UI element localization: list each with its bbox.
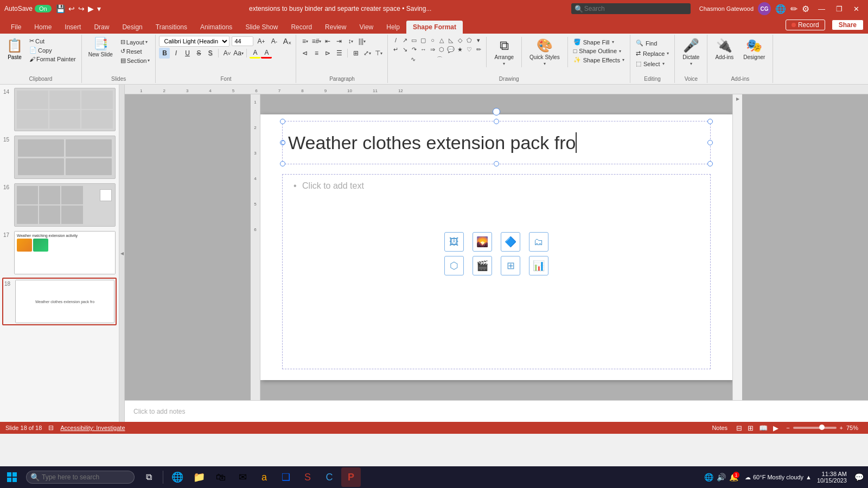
new-slide-button[interactable]: 📑 New Slide: [85, 36, 116, 59]
explorer-button[interactable]: 📁: [189, 467, 209, 487]
handle-tr[interactable]: [707, 119, 713, 124]
dropbox-button[interactable]: ❑: [276, 467, 296, 487]
shape-oval[interactable]: ○: [428, 36, 437, 44]
close-button[interactable]: ✕: [849, 4, 864, 14]
rotate-handle[interactable]: [493, 108, 500, 115]
tab-view[interactable]: View: [353, 21, 380, 34]
align-right-button[interactable]: ⊳: [322, 48, 333, 59]
tab-help[interactable]: Help: [380, 21, 406, 34]
network-icon[interactable]: 🌐: [704, 473, 713, 481]
shape-heart[interactable]: ♡: [465, 45, 474, 54]
section-button[interactable]: ▤ Section ▾: [118, 56, 152, 65]
shape-triangle[interactable]: △: [437, 36, 446, 44]
shape-pentagon[interactable]: ⬠: [465, 36, 474, 44]
text-direction-button[interactable]: ⤢▾: [362, 48, 373, 59]
shape-effects-button[interactable]: ✨ Shape Effects ▾: [571, 56, 627, 64]
notes-area[interactable]: Click to add notes: [125, 400, 868, 422]
shape-rtriangle[interactable]: ◺: [446, 36, 455, 44]
insert-picture-icon[interactable]: 🖼: [444, 232, 464, 252]
shape-star[interactable]: ★: [456, 45, 464, 54]
chevron-up-icon[interactable]: ▲: [806, 474, 812, 480]
format-painter-button[interactable]: 🖌 Format Painter: [27, 55, 78, 63]
justify-button[interactable]: ☰: [334, 48, 344, 59]
font-color-button[interactable]: A: [261, 48, 272, 59]
insert-chart-icon[interactable]: 📊: [529, 256, 548, 275]
strikethrough-button[interactable]: S: [193, 48, 204, 59]
app7-button[interactable]: C: [320, 467, 339, 487]
tab-draw[interactable]: Draw: [87, 21, 116, 34]
tab-animations[interactable]: Animations: [194, 21, 239, 34]
tab-slideshow[interactable]: Slide Show: [239, 21, 284, 34]
slideshow-button[interactable]: ▶: [771, 423, 781, 433]
content-textbox[interactable]: • Click to add text 🖼 🌄 🔷 🗂: [282, 174, 711, 369]
handle-tc[interactable]: [494, 119, 499, 124]
handle-bl[interactable]: [280, 161, 285, 166]
settings-icon[interactable]: ⚙: [802, 4, 809, 14]
slide-thumb-14[interactable]: 14: [2, 87, 117, 132]
shadow-button[interactable]: S: [205, 48, 215, 59]
shape-arrow[interactable]: ↗: [400, 36, 409, 44]
title-left-handle[interactable]: [281, 140, 285, 145]
text-highlight-button[interactable]: A: [250, 48, 260, 59]
shape-rect[interactable]: ▭: [410, 36, 418, 44]
underline-button[interactable]: U: [182, 48, 193, 59]
smartart-button[interactable]: ⊞: [350, 48, 361, 59]
shape-rounded-rect[interactable]: ▢: [419, 36, 427, 44]
change-case-button[interactable]: Aa▾: [233, 48, 244, 59]
align-left-button[interactable]: ⊲: [299, 48, 310, 59]
numbering-button[interactable]: ≡#▾: [311, 36, 322, 47]
zoom-in-button[interactable]: +: [839, 425, 844, 431]
save-icon[interactable]: 💾: [56, 4, 65, 13]
handle-bc[interactable]: [494, 161, 499, 166]
shape-dbl-arrow[interactable]: ↔: [419, 45, 427, 54]
slide-thumb-18[interactable]: 18 Weather clothes extension pack fro: [2, 278, 117, 325]
tab-shape-format[interactable]: Shape Format: [406, 21, 463, 34]
select-button[interactable]: ⬚ Select ▾: [634, 60, 667, 68]
accessibility-info[interactable]: Accessibility: Investigate: [60, 425, 125, 431]
insert-smartart-icon[interactable]: 🗂: [529, 232, 548, 252]
reading-view-button[interactable]: 📖: [757, 423, 770, 433]
zoom-level[interactable]: 75%: [846, 425, 863, 431]
feedback-icon[interactable]: ✏: [790, 4, 797, 14]
insert-icons-icon[interactable]: 🔷: [501, 232, 520, 252]
right-panel-arrow[interactable]: ▶: [735, 97, 740, 101]
zoom-out-button[interactable]: −: [785, 425, 790, 431]
tab-insert[interactable]: Insert: [58, 21, 87, 34]
share-button[interactable]: Share: [832, 20, 864, 30]
shape-more[interactable]: ▾: [474, 36, 483, 44]
dec-indent-button[interactable]: ⇤: [322, 36, 333, 47]
shape-connector[interactable]: ⌒: [435, 55, 444, 63]
dictate-button[interactable]: 🎤 Dictate ▾: [678, 36, 704, 68]
app6-button[interactable]: S: [298, 467, 317, 487]
replace-button[interactable]: ⇄ Replace ▾: [634, 49, 671, 57]
quick-styles-button[interactable]: 🎨 Quick Styles ▾: [525, 36, 564, 68]
shape-curved-arrow[interactable]: ↷: [410, 45, 418, 54]
powerpoint-button[interactable]: P: [341, 467, 361, 487]
shape-line[interactable]: /: [391, 36, 400, 44]
shape-outline-button[interactable]: □ Shape Outline ▾: [571, 47, 627, 55]
record-button[interactable]: Record: [786, 20, 825, 30]
shape-fill-button[interactable]: 🪣 Shape Fill ▾: [571, 38, 627, 46]
task-view-button[interactable]: ⧉: [139, 467, 158, 487]
search-input[interactable]: [571, 3, 691, 14]
bullets-button[interactable]: ≡▾: [299, 36, 310, 47]
panel-collapse-handle[interactable]: ◀: [119, 85, 125, 422]
find-button[interactable]: 🔍 Find: [634, 39, 659, 47]
columns-button[interactable]: |||▾: [356, 36, 367, 47]
insert-online-picture-icon[interactable]: 🌄: [473, 232, 492, 252]
store-button[interactable]: 🛍: [211, 467, 231, 487]
add-ins-button[interactable]: 🔌 Add-ins: [711, 36, 738, 62]
shape-bent-arrow[interactable]: ↵: [391, 45, 400, 54]
font-name-selector[interactable]: Calibri Light (Headings): [159, 36, 229, 47]
italic-button[interactable]: I: [170, 48, 181, 59]
align-center-button[interactable]: ≡: [311, 48, 322, 59]
clear-format-button[interactable]: Aₓ: [282, 36, 292, 47]
handle-br[interactable]: [707, 161, 713, 166]
mail-button[interactable]: ✉: [233, 467, 252, 487]
slide-thumb-17[interactable]: 17 Weather matching extension activity: [2, 230, 117, 275]
layout-button[interactable]: ⊟ Layout ▾: [118, 38, 152, 46]
sound-icon[interactable]: 🔊: [717, 473, 726, 481]
inc-indent-button[interactable]: ⇥: [334, 36, 344, 47]
insert-3d-icon[interactable]: ⬡: [444, 256, 464, 275]
minimize-button[interactable]: —: [814, 4, 829, 14]
